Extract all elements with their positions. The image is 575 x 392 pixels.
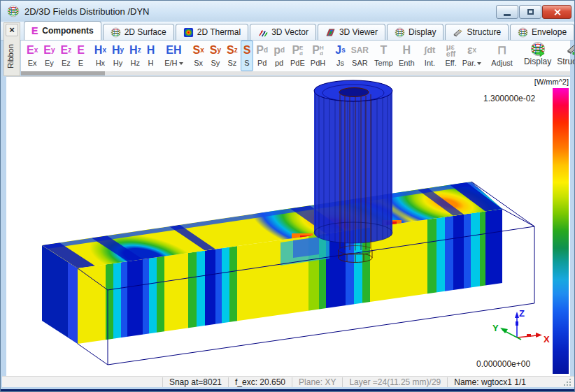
sz-button[interactable]: SzSz (224, 41, 241, 71)
ribbon-close-button[interactable]: × (6, 24, 18, 36)
ribbon-side-panel: × Ribbon (3, 22, 20, 76)
tab-strip: E Components 2D Surface 2D Thermal 3D Ve… (1, 22, 575, 41)
envelope-mesh-icon (518, 27, 528, 38)
display-button[interactable]: Display (521, 41, 554, 71)
tab-envelope[interactable]: Envelope (510, 24, 574, 40)
eff-button[interactable]: μεeffEff. (442, 41, 459, 71)
hy-button[interactable]: HyHy (109, 41, 127, 71)
status-plane: Plane: XY (292, 377, 342, 387)
group-views: Display Structure (521, 41, 575, 71)
tab-2d-surface[interactable]: 2D Surface (103, 24, 174, 40)
pdh-button[interactable]: PHdPdH (308, 41, 328, 71)
status-snap: Snap at=8021 (162, 377, 228, 387)
status-name: Name: wgtocx1 1/1 (447, 377, 532, 387)
ez-button[interactable]: EzEz (57, 41, 74, 71)
e-components-icon: E (31, 25, 38, 36)
color-scale-max-value: 1.300000e-02 (483, 94, 535, 103)
tab-3d-vector[interactable]: 3D Vector (250, 24, 316, 40)
tab-label: Structure (467, 27, 501, 37)
status-fexc: f_exc: 20.650 (228, 377, 292, 387)
int-button[interactable]: ∫dtInt. (422, 41, 439, 71)
axis-z-label: Z (519, 308, 525, 319)
tab-components[interactable]: E Components (24, 21, 101, 40)
group-h-field: HxHx HyHy HzHz HH (92, 41, 157, 71)
color-scale-min-value: 0.000000e+00 (476, 359, 530, 369)
maximize-icon (527, 9, 534, 15)
display-mesh-icon (395, 27, 405, 38)
group-effective: μεeffEff. εxPar. (442, 41, 484, 71)
minimize-button[interactable] (496, 5, 518, 19)
pd-button[interactable]: PdPd (253, 41, 271, 71)
color-scale-bar (553, 88, 569, 374)
temp-button[interactable]: TTemp (371, 41, 396, 71)
pde-button[interactable]: PEdPdE (288, 41, 308, 71)
field-3d-viewport[interactable]: Z X Y [W/mm^2] 1.300000e-02 0.000000e+00 (6, 76, 570, 376)
axis-x-label: X (544, 334, 550, 344)
app-icon (7, 5, 20, 17)
window-title: 2D/3D Fields Distribution /DYN (24, 6, 149, 17)
viewer-icon (325, 27, 336, 38)
close-button[interactable] (542, 5, 572, 19)
title-bar[interactable]: 2D/3D Fields Distribution /DYN (1, 1, 575, 22)
h-button[interactable]: HH (144, 41, 158, 71)
sy-button[interactable]: SySy (207, 41, 224, 71)
structure-button[interactable]: Structure (554, 41, 575, 71)
tab-label: 2D Surface (125, 27, 166, 37)
dropdown-arrow-icon (477, 62, 481, 65)
close-icon (553, 8, 561, 16)
axes-indicator: Z X Y (492, 308, 550, 344)
app-window: 2D/3D Fields Distribution /DYN E Compone… (0, 0, 575, 392)
thermal-icon (183, 27, 194, 38)
tab-display[interactable]: Display (387, 24, 443, 40)
tab-3d-viewer[interactable]: 3D Viewer (318, 24, 385, 40)
group-poynting: SxSx SySy SzSz SS (190, 41, 254, 71)
pd-small-button[interactable]: pdpd (271, 41, 288, 71)
status-bar: Snap at=8021 f_exc: 20.650 Plane: XY Lay… (2, 376, 574, 387)
hz-button[interactable]: HzHz (127, 41, 144, 71)
ribbon-panel-label: Ribbon (6, 38, 15, 75)
coax-cylinder (314, 80, 392, 263)
inner-conductor-lines (340, 94, 371, 251)
sar-button[interactable]: SARSAR (348, 41, 371, 71)
status-layer: Layer =24(11.25 mm)/29 (342, 377, 447, 387)
e-button[interactable]: EE (74, 41, 87, 71)
display-icon (530, 41, 546, 57)
group-integrate: ∫dtInt. (422, 41, 439, 71)
tab-label: 3D Viewer (339, 27, 378, 37)
js-button[interactable]: JsJs (332, 41, 348, 71)
group-misc: JsJs SARSAR TTemp HEnth (332, 41, 417, 71)
enth-button[interactable]: HEnth (396, 41, 418, 71)
tab-label: 3D Vector (271, 27, 308, 37)
resize-grip[interactable] (564, 379, 571, 386)
axis-y-label: Y (492, 323, 499, 333)
group-e-field: ExEx EyEy EzEz EE (24, 41, 87, 71)
ey-button[interactable]: EyEy (41, 41, 57, 71)
s-button-selected[interactable]: SS (241, 41, 254, 71)
ribbon-scrollbar-thumb[interactable] (21, 71, 105, 75)
ribbon-scrollbar[interactable] (21, 71, 570, 75)
structure-icon (566, 41, 575, 57)
group-eh-ratio: EHE/H (162, 41, 185, 71)
eh-button[interactable]: EHE/H (162, 41, 185, 71)
tab-structure[interactable]: Structure (445, 24, 509, 40)
tab-label: 2D Thermal (197, 27, 241, 37)
ex-button[interactable]: ExEx (24, 41, 41, 71)
group-power-dissipated: PdPd pdpd PEdPdE PHdPdH (253, 41, 328, 71)
tab-label: Display (409, 27, 436, 37)
sx-button[interactable]: SxSx (190, 41, 207, 71)
dropdown-arrow-icon (179, 62, 183, 65)
window-bottom-edge (1, 389, 575, 392)
color-scale-unit: [W/mm^2] (534, 78, 569, 86)
par-button[interactable]: εxPar. (460, 41, 485, 71)
adjust-button[interactable]: ⊓Adjust (488, 41, 516, 71)
field-distribution-plot[interactable]: Z X Y (6, 77, 570, 377)
hx-button[interactable]: HxHx (92, 41, 109, 71)
tab-2d-thermal[interactable]: 2D Thermal (176, 24, 248, 40)
tab-label: Envelope (532, 27, 567, 37)
tab-label: Components (42, 26, 93, 36)
group-adjust: ⊓Adjust (488, 41, 516, 71)
minimize-icon (504, 14, 511, 16)
surface-mesh-icon (111, 27, 121, 38)
maximize-button[interactable] (519, 5, 541, 19)
vector-arrows-icon (257, 27, 268, 38)
